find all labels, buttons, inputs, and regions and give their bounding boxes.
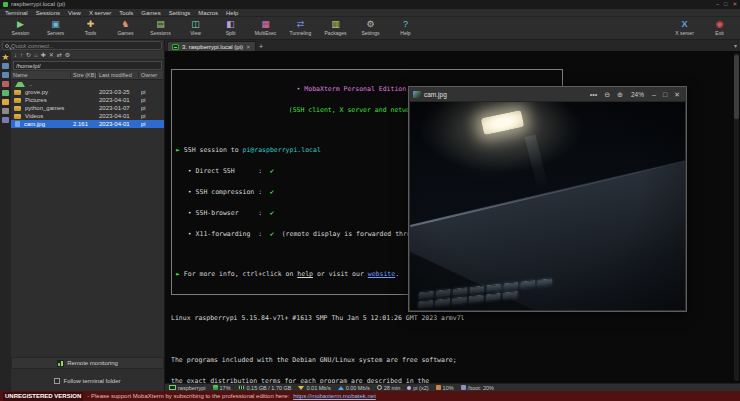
main-toolbar: ▶ Session ▣ Servers ✚ Tools ♞ Games ▤ Se… (0, 17, 740, 40)
window-minimize-button[interactable]: – (716, 0, 719, 9)
terminal-scrollbar[interactable] (734, 53, 739, 381)
viewer-maximize-button[interactable]: □ (661, 87, 669, 102)
column-size[interactable]: Size (KB) (71, 72, 97, 78)
toolbar-tunneling-button[interactable]: ⇄ Tunneling (283, 18, 318, 36)
viewer-menu-button[interactable]: ••• (588, 87, 599, 102)
window-maximize-button[interactable]: □ (724, 0, 727, 9)
file-row[interactable]: Pictures 2023-04-01 pi (11, 96, 164, 104)
sftp-path-input[interactable]: /home/pi/ (13, 61, 162, 70)
refresh-icon[interactable]: ↻ (26, 51, 31, 60)
column-owner[interactable]: Owner (139, 72, 164, 78)
tab-close-icon[interactable]: ✕ (246, 44, 251, 50)
viewer-minimize-button[interactable]: – (650, 87, 658, 102)
sessions-list-icon: ▤ (156, 18, 165, 30)
file-row[interactable]: python_games 2023-01-07 pi (11, 104, 164, 112)
toolbar-view-button[interactable]: ◫ View (178, 18, 213, 36)
exit-power-icon: ◉ (716, 18, 724, 30)
quick-connect-input[interactable] (11, 43, 159, 49)
sftp-toolbar: ↓ ↑ ↻ ⌂ ✚ ✕ ⇄ ⚙ (11, 51, 164, 60)
session-shortcut-icon[interactable] (2, 90, 9, 96)
remote-monitoring-bar: raspberrypi 17% 0.15 GB / 1.70 GB 0.01 M… (165, 383, 740, 391)
plugins-icon[interactable] (2, 117, 9, 123)
remote-monitoring-button[interactable]: Remote monitoring (11, 357, 164, 369)
checkbox-icon[interactable] (54, 378, 60, 384)
settings-gear-icon: ⚙ (366, 18, 374, 30)
folder-icon (14, 114, 21, 119)
column-modified[interactable]: Last modified (97, 72, 139, 78)
tools-icon: ✚ (87, 18, 95, 30)
viewer-titlebar[interactable]: cam.jpg ••• ⊖ ⊕ 24% – □ ✕ (409, 87, 686, 102)
file-row[interactable]: .. (11, 80, 164, 88)
users-icon (407, 386, 411, 390)
toolbar-xserver-button[interactable]: X X server (667, 18, 702, 36)
menu-terminal[interactable]: Terminal (5, 9, 28, 17)
menu-games[interactable]: Games (141, 9, 160, 17)
new-tab-button[interactable]: + (256, 41, 267, 51)
sidebar-tab-strip (0, 51, 11, 391)
sftp-settings-icon[interactable]: ⚙ (65, 51, 70, 60)
tunneling-icon: ⇄ (297, 18, 305, 30)
home-icon[interactable]: ⌂ (34, 51, 38, 60)
menu-sessions[interactable]: Sessions (36, 9, 60, 17)
delete-icon[interactable]: ✕ (49, 51, 54, 60)
new-folder-icon[interactable]: ✚ (41, 51, 46, 60)
toolbar-settings-button[interactable]: ⚙ Settings (353, 18, 388, 36)
file-row[interactable]: grove.py 2023-03-25 pi (11, 88, 164, 96)
toolbar-games-button[interactable]: ♞ Games (108, 18, 143, 36)
menu-tools[interactable]: Tools (119, 9, 133, 17)
toolbar-packages-button[interactable]: ▥ Packages (318, 18, 353, 36)
toolbar-multiexec-button[interactable]: ▦ MultiExec (248, 18, 283, 36)
folder-icon (14, 106, 21, 111)
toolbar-help-button[interactable]: ? Help (388, 18, 423, 36)
toolbar-sessions-button[interactable]: ▤ Sessions (143, 18, 178, 36)
sftp-folder-icon[interactable] (2, 99, 9, 105)
image-viewer-window: cam.jpg ••• ⊖ ⊕ 24% – □ ✕ (408, 86, 687, 312)
window-close-button[interactable]: ✕ (732, 0, 737, 9)
search-icon (5, 44, 9, 48)
menu-settings[interactable]: Settings (169, 9, 191, 17)
website-link[interactable]: website (368, 270, 395, 278)
terminal-tabbar: 3. raspberrypi.local (pi) ✕ + ▾ (165, 40, 740, 51)
viewer-close-button[interactable]: ✕ (672, 87, 682, 102)
unregistered-badge: UNREGISTERED VERSION (3, 392, 83, 401)
folder-icon (14, 98, 21, 103)
terminal-text-line (171, 336, 740, 343)
sync-icon[interactable]: ⇄ (57, 51, 62, 60)
toolbar-exit-button[interactable]: ◉ Exit (702, 18, 737, 36)
toolbar-tools-button[interactable]: ✚ Tools (73, 18, 108, 36)
footer-link[interactable]: https://mobaxterm.mobatek.net (293, 393, 376, 399)
window-title: raspberrypi.local (pi) (11, 0, 713, 9)
menu-help[interactable]: Help (226, 9, 238, 17)
zoom-in-button[interactable]: ⊕ (615, 87, 625, 102)
left-sidebar: ↓ ↑ ↻ ⌂ ✚ ✕ ⇄ ⚙ /home/pi/ Name Size (KB)… (0, 51, 165, 391)
session-shortcut-icon[interactable] (2, 63, 9, 69)
footer-message: - Please support MobaXterm by subscribin… (87, 393, 289, 399)
parent-dir-icon (15, 82, 25, 87)
packages-icon: ▥ (331, 18, 340, 30)
column-name[interactable]: Name (11, 72, 71, 78)
scrollbar-thumb[interactable] (734, 55, 739, 119)
menu-macros[interactable]: Macros (198, 9, 218, 17)
image-thumbnail-icon (413, 91, 421, 98)
tab-list-button[interactable]: ▾ (734, 42, 737, 49)
app-icon (3, 2, 8, 7)
split-icon: ◧ (226, 18, 235, 30)
follow-terminal-folder[interactable]: Follow terminal folder (11, 375, 164, 387)
file-row[interactable]: Videos 2023-04-01 pi (11, 112, 164, 120)
download-icon[interactable]: ↓ (14, 51, 17, 60)
menu-xserver[interactable]: X server (89, 9, 111, 17)
zoom-out-button[interactable]: ⊖ (602, 87, 612, 102)
file-row-selected[interactable]: cam.jpg 2.161 2023-04-01 pi (11, 120, 164, 128)
upload-icon[interactable]: ↑ (20, 51, 23, 60)
session-shortcut-icon[interactable] (2, 81, 9, 87)
menu-view[interactable]: View (68, 9, 81, 17)
session-shortcut-icon[interactable] (2, 72, 9, 78)
tab-raspberrypi[interactable]: 3. raspberrypi.local (pi) ✕ (167, 41, 256, 51)
macros-icon[interactable] (2, 108, 9, 114)
toolbar-session-button[interactable]: ▶ Session (3, 18, 38, 36)
toolbar-servers-button[interactable]: ▣ Servers (38, 18, 73, 36)
mobaxterm-window: raspberrypi.local (pi) – □ ✕ Terminal Se… (0, 0, 740, 401)
cam-photo-canvas[interactable] (410, 102, 685, 310)
toolbar-split-button[interactable]: ◧ Split (213, 18, 248, 36)
sessions-star-icon[interactable] (2, 54, 9, 60)
